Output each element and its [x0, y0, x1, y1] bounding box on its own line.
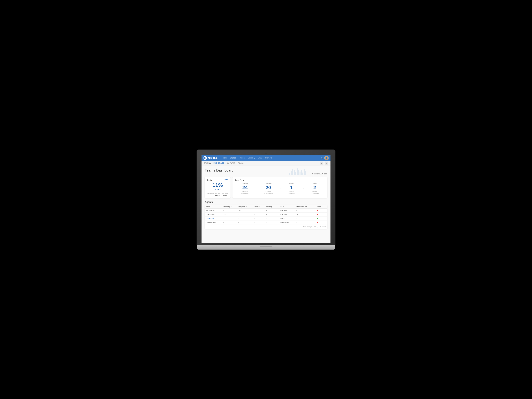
table-row: Dawn McLellan 0 ›: [205, 221, 327, 225]
goals-transactions: Transactions 11: [207, 193, 214, 196]
logo-text: MoxiHub: [208, 157, 217, 159]
goals-card: Goals VIEW 11% % $ Transac: [205, 177, 231, 198]
agent-pending-1: 0: [265, 212, 279, 216]
flow-actives-label: Actives: [282, 183, 300, 184]
goals-avg-rate: Avg. Rate 100%: [222, 193, 228, 196]
mail-icon[interactable]: ✉: [325, 162, 328, 165]
agent-name-0[interactable]: Mel Anderson: [205, 209, 222, 212]
goals-toggle[interactable]: [217, 189, 219, 190]
status-dot-red: [317, 222, 318, 223]
flow-pending: Pending 2 2 people 2 transactions: [304, 182, 325, 195]
th-pending[interactable]: Pending ⇕: [265, 205, 279, 209]
sub-nav-left: TEAMS ▾ DASHBOARD CALENDAR GOALS: [204, 162, 243, 165]
flow-actives-sub: 1 person 1 transaction: [282, 190, 300, 194]
agent-actives-1: 0 ›: [252, 212, 265, 216]
agent-pending-0: 0: [265, 209, 279, 212]
goals-percent: 11%: [207, 182, 228, 188]
toggle-dollar-label[interactable]: $: [220, 189, 221, 190]
sort-prospects-icon: ⇕: [246, 206, 247, 208]
agents-data-table: Name ⇕ Marketing ⇕ Prospects: [205, 205, 327, 225]
chart-decoration: [289, 168, 306, 175]
table-row: Cristin Gray 1 ›: [205, 216, 327, 221]
flow-prospects-sub: 20 people 20 transactions: [259, 190, 277, 194]
sort-subscribers-icon: ⇕: [307, 206, 308, 208]
flow-pending-sub: 2 people 2 transactions: [306, 190, 324, 194]
agent-status-2: [316, 216, 327, 221]
agent-subscribers-2: 3: [295, 216, 316, 221]
flow-actives-number: 1: [282, 185, 300, 190]
flow-pending-number: 2: [306, 185, 324, 190]
goals-card-header: Goals VIEW: [207, 179, 228, 181]
agents-section: Agents Name ⇕: [205, 201, 327, 229]
sort-actives-icon: ⇕: [259, 206, 260, 208]
agent-pending-2: 1: [265, 216, 279, 221]
logo[interactable]: MoxiHub: [203, 156, 217, 160]
flow-marketing-sub: 20 people 20 transactions: [236, 190, 254, 194]
flow-marketing-label: Marketing: [236, 183, 254, 184]
sort-name-icon: ⇕: [210, 206, 211, 208]
nav-directory[interactable]: Directory: [247, 156, 256, 160]
status-dot-red: [317, 209, 318, 211]
subnav-goals[interactable]: GOALS: [238, 162, 243, 165]
agent-name-3[interactable]: Dawn McLellan: [205, 221, 222, 225]
table-header: Name ⇕ Marketing ⇕ Prospects: [205, 205, 327, 209]
agent-name-2[interactable]: Cristin Gray: [205, 216, 222, 221]
th-marketing[interactable]: Marketing ⇕: [222, 205, 237, 209]
sort-gci-icon: ⇕: [283, 206, 284, 208]
toggle-pct-label[interactable]: %: [215, 189, 216, 190]
nav-home[interactable]: Home: [221, 156, 228, 160]
avg-rate-value: 100%: [223, 195, 227, 196]
th-subscribers[interactable]: Subscribers NN ⇕: [295, 205, 316, 209]
nav-present[interactable]: Present: [238, 156, 246, 160]
avg-size-label: Avg. Size: [215, 193, 221, 194]
th-gci[interactable]: GCI ⇕: [279, 205, 295, 209]
search-icon[interactable]: 🔍: [321, 157, 323, 159]
laptop-bottom: [197, 248, 335, 250]
agent-name-1[interactable]: Daniel Bailey: [205, 212, 222, 216]
goals-card-title: Goals: [207, 179, 212, 181]
settings-icon[interactable]: ⚙: [320, 162, 323, 165]
avg-size-value: $995.5K: [215, 195, 221, 196]
flow-arrow-1: →: [255, 182, 258, 190]
nav-email[interactable]: Email: [257, 156, 264, 160]
subnav-teams[interactable]: TEAMS ▾: [204, 162, 211, 165]
table-footer: Rows per page: 10 25 50 1 - 4 of 4: [205, 225, 327, 229]
th-actives[interactable]: Actives ⇕: [252, 205, 265, 209]
agent-prospects-0: 10 ›: [237, 209, 252, 212]
sales-flow-items: Marketing 24 20 people 20 transactions →: [235, 182, 325, 195]
agent-gci-0: $16K (8%): [279, 209, 295, 212]
rows-per-page-select[interactable]: 10 25 50: [313, 226, 319, 228]
agent-prospects-3: 0 ›: [237, 221, 252, 225]
dashboard-header: Teams Dashboard: [205, 168, 327, 175]
nav-promote[interactable]: Promote: [264, 156, 273, 160]
user-avatar[interactable]: 👤: [324, 156, 329, 160]
agent-marketing-2: 1 ›: [222, 216, 237, 221]
agent-subscribers-0: 5: [295, 209, 316, 212]
subnav-dashboard[interactable]: DASHBOARD: [213, 162, 224, 165]
flow-marketing-number: 24: [236, 185, 254, 190]
nav-engage[interactable]: Engage: [228, 156, 237, 160]
laptop-camera: [265, 152, 267, 154]
th-status[interactable]: Status ⇕: [316, 205, 327, 209]
agent-gci-2: $0 (0%): [279, 216, 295, 221]
agent-gci-1: $14K (1%): [279, 212, 295, 216]
main-content: Teams Dashboard: [202, 166, 330, 243]
th-name[interactable]: Name ⇕: [205, 205, 222, 209]
flow-marketing: Marketing 24 20 people 20 transactions: [235, 182, 255, 195]
table-row: Mel Anderson 6 ›: [205, 209, 327, 212]
agent-actives-3: 0 ›: [252, 221, 265, 225]
transactions-label: Transactions: [207, 193, 214, 194]
agent-prospects-2: 2 ›: [237, 216, 252, 221]
th-prospects[interactable]: Prospects ⇕: [237, 205, 252, 209]
sub-nav: TEAMS ▾ DASHBOARD CALENDAR GOALS ⚙ ✉: [202, 161, 330, 166]
flow-arrow-3: →: [302, 182, 304, 190]
sort-pending-icon: ⇕: [272, 206, 273, 208]
goals-view-link[interactable]: VIEW: [225, 179, 228, 181]
agent-marketing-0: 6 ›: [222, 209, 237, 212]
sub-nav-right: ⚙ ✉: [320, 162, 328, 165]
agents-title: Agents: [205, 201, 327, 204]
nav-right: 🔍 👤: [321, 156, 329, 160]
sort-marketing-icon: ⇕: [231, 206, 232, 208]
sales-flow-card: Sales Flow Marketing 24 20 people 20 tra…: [233, 177, 327, 198]
subnav-calendar[interactable]: CALENDAR: [227, 162, 235, 165]
